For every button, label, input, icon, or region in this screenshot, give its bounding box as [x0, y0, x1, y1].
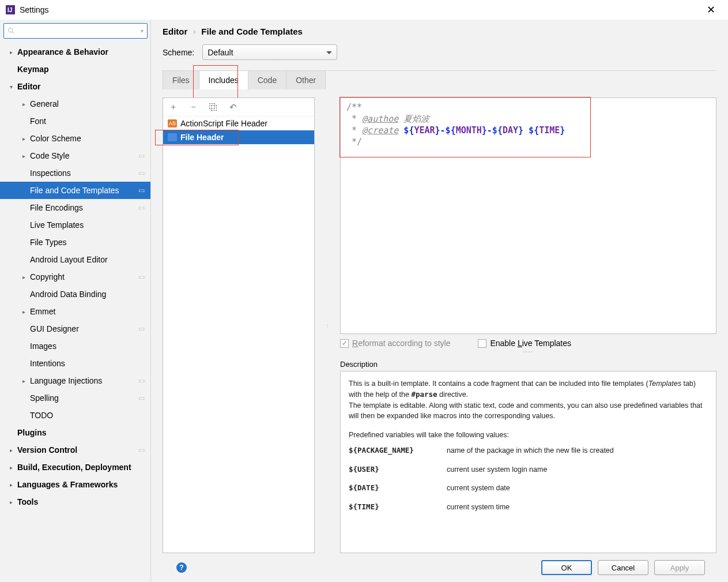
sidebar-item[interactable]: ▸Android Data Binding [0, 286, 150, 303]
reformat-checkbox: Reformat according to style [340, 339, 450, 348]
sidebar-item-label: Android Layout Editor [30, 255, 108, 264]
sidebar-item[interactable]: ▸Appearance & Behavior [0, 43, 150, 61]
svg-text:IJ: IJ [7, 7, 12, 13]
settings-tree[interactable]: ▸Appearance & Behavior▸Keymap▾Editor▸Gen… [0, 41, 150, 582]
list-item[interactable]: File Header [163, 130, 314, 144]
remove-button[interactable]: － [189, 102, 198, 112]
sidebar-item-label: Build, Execution, Deployment [17, 463, 131, 472]
project-level-icon: ▭ [138, 186, 145, 194]
sidebar-item[interactable]: ▸Intentions [0, 355, 150, 372]
sidebar: ▾ ▸Appearance & Behavior▸Keymap▾Editor▸G… [0, 20, 151, 582]
sidebar-item[interactable]: ▸File Types [0, 234, 150, 251]
sidebar-item-label: General [30, 99, 59, 108]
breadcrumb-root[interactable]: Editor [163, 27, 187, 36]
sidebar-item-label: File and Code Templates [30, 186, 119, 195]
splitter-handle[interactable]: ⋮ [325, 97, 330, 553]
project-level-icon: ▭ [138, 169, 145, 177]
variable-desc: current system time [447, 502, 708, 513]
sidebar-item[interactable]: ▸Language Injections▭ [0, 372, 150, 389]
variable-name: ${TIME} [349, 502, 447, 513]
sidebar-item-label: GUI Designer [30, 324, 79, 333]
enable-live-templates-checkbox[interactable]: Enable Live Templates [478, 339, 571, 348]
svg-line-3 [12, 32, 14, 33]
project-level-icon: ▭ [138, 446, 145, 454]
sidebar-item[interactable]: ▸Tools [0, 493, 150, 510]
sidebar-item-label: Android Data Binding [30, 290, 106, 299]
close-icon[interactable]: ✕ [699, 5, 722, 15]
project-level-icon: ▭ [138, 325, 145, 333]
variable-desc: name of the package in which the new fil… [447, 445, 708, 456]
scheme-select[interactable]: Default [202, 44, 337, 60]
tab-includes[interactable]: Includes [199, 71, 248, 89]
list-item-label: File Header [180, 133, 224, 142]
sidebar-item-label: Font [30, 117, 46, 126]
templates-list[interactable]: ASActionScript File HeaderFile Header [163, 117, 314, 553]
sidebar-item-label: Editor [17, 82, 40, 91]
variable-desc: current system date [447, 483, 708, 494]
list-item[interactable]: ASActionScript File Header [163, 117, 314, 130]
template-editor[interactable]: /** * @authoe 夏焰波 * @create ${YEAR}-${MO… [340, 97, 716, 334]
sidebar-item-label: Spelling [30, 393, 59, 403]
sidebar-item[interactable]: ▸File Encodings▭ [0, 199, 150, 216]
sidebar-item[interactable]: ▸Code Style▭ [0, 147, 150, 164]
tab-code[interactable]: Code [248, 71, 286, 89]
sidebar-item[interactable]: ▸Inspections▭ [0, 164, 150, 182]
tab-other[interactable]: Other [286, 71, 326, 89]
sidebar-item[interactable]: ▸GUI Designer▭ [0, 320, 150, 337]
file-type-icon [168, 133, 177, 141]
sidebar-item[interactable]: ▸File and Code Templates▭ [0, 182, 150, 199]
sidebar-item-label: Language Injections [30, 376, 102, 385]
sidebar-item[interactable]: ▸Font [0, 112, 150, 130]
chevron-right-icon: ▸ [20, 136, 28, 142]
sidebar-item-label: File Encodings [30, 203, 83, 212]
file-type-icon: AS [168, 119, 177, 127]
scheme-value: Default [208, 48, 233, 57]
project-level-icon: ▭ [138, 204, 145, 212]
sidebar-item-label: Tools [17, 497, 38, 506]
splitter-handle-h[interactable]: •••• [340, 349, 716, 354]
sidebar-item[interactable]: ▸Version Control▭ [0, 441, 150, 459]
ok-button[interactable]: OK [541, 560, 592, 575]
sidebar-item-label: Version Control [17, 445, 77, 455]
cancel-button[interactable]: Cancel [598, 560, 648, 575]
sidebar-item[interactable]: ▸Color Scheme [0, 130, 150, 147]
add-button[interactable]: ＋ [169, 102, 178, 112]
apply-button: Apply [654, 560, 705, 575]
sidebar-item-label: Copyright [30, 272, 65, 281]
variable-name: ${PACKAGE_NAME} [349, 445, 447, 456]
chevron-right-icon: ▸ [20, 153, 28, 159]
tabs-bar: FilesIncludesCodeOther [163, 71, 716, 89]
project-level-icon: ▭ [138, 394, 145, 402]
sidebar-item[interactable]: ▸Live Templates [0, 216, 150, 234]
sidebar-item[interactable]: ▸Emmet [0, 303, 150, 320]
sidebar-item[interactable]: ▸General [0, 95, 150, 112]
copy-button[interactable]: ⿻ [209, 102, 218, 112]
project-level-icon: ▭ [138, 273, 145, 281]
sidebar-item[interactable]: ▸Android Layout Editor [0, 251, 150, 268]
sidebar-item[interactable]: ▸Languages & Frameworks [0, 476, 150, 493]
sidebar-item[interactable]: ▾Editor [0, 78, 150, 95]
variable-desc: current user system login name [447, 464, 708, 475]
description-box: This is a built-in template. It contains… [340, 371, 716, 553]
sidebar-item[interactable]: ▸TODO [0, 407, 150, 424]
templates-list-panel: ＋ － ⿻ ↶ ASActionScript File HeaderFile H… [163, 97, 315, 553]
tab-files[interactable]: Files [163, 71, 199, 89]
chevron-right-icon: ▸ [7, 482, 15, 488]
sidebar-item-label: Inspections [30, 168, 71, 178]
sidebar-item[interactable]: ▸Copyright▭ [0, 268, 150, 286]
description-label: Description [340, 360, 716, 369]
sidebar-item[interactable]: ▸Spelling▭ [0, 389, 150, 407]
breadcrumb-leaf: File and Code Templates [201, 27, 303, 36]
sidebar-item[interactable]: ▸Keymap [0, 61, 150, 78]
titlebar: IJ Settings ✕ [0, 0, 728, 20]
list-item-label: ActionScript File Header [180, 119, 267, 128]
search-input[interactable]: ▾ [3, 23, 148, 39]
sidebar-item-label: File Types [30, 238, 67, 247]
sidebar-item[interactable]: ▸Build, Execution, Deployment [0, 459, 150, 476]
chevron-right-icon: ▸ [7, 464, 15, 471]
sidebar-item-label: Color Scheme [30, 134, 81, 143]
sidebar-item[interactable]: ▸Images [0, 337, 150, 355]
sidebar-item[interactable]: ▸Plugins [0, 424, 150, 441]
revert-button[interactable]: ↶ [229, 102, 237, 112]
help-icon[interactable]: ? [176, 562, 187, 573]
